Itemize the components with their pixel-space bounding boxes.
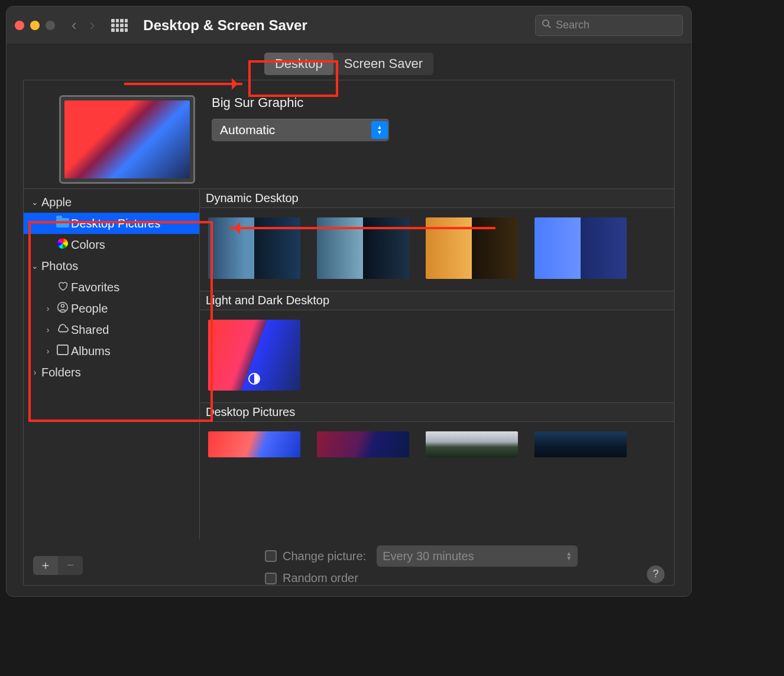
sidebar-item-colors[interactable]: Colors: [24, 234, 199, 255]
person-icon: [54, 301, 71, 316]
folder-icon: [56, 218, 69, 228]
wallpaper-thumb[interactable]: [426, 431, 518, 457]
help-button[interactable]: ?: [647, 566, 665, 583]
appearance-mode-value: Automatic: [220, 123, 275, 137]
nav-arrows: ‹ ›: [72, 16, 95, 34]
sidebar-item-shared[interactable]: › Shared: [24, 319, 199, 340]
light-dark-badge-icon: [248, 373, 260, 385]
wallpaper-thumb[interactable]: [208, 431, 300, 457]
chevron-down-icon: ⌄: [28, 197, 41, 207]
album-icon: [57, 344, 69, 355]
chevron-right-icon: ›: [41, 346, 54, 356]
chevron-down-icon: ⌄: [28, 261, 41, 271]
back-button[interactable]: ‹: [72, 16, 77, 34]
dropdown-arrows-icon: ▲▼: [566, 551, 572, 561]
change-picture-checkbox[interactable]: [265, 550, 277, 562]
wallpaper-thumb[interactable]: [208, 320, 300, 391]
bottom-bar: ＋ − Change picture: Every 30 minutes ▲▼: [24, 540, 674, 585]
section-dynamic: Dynamic Desktop: [200, 189, 674, 208]
dropdown-arrows-icon: ▲▼: [371, 121, 388, 139]
search-icon: [542, 19, 551, 31]
remove-folder-button[interactable]: −: [58, 556, 83, 575]
show-all-icon[interactable]: [111, 19, 128, 32]
svg-line-1: [548, 25, 550, 28]
sidebar-item-albums[interactable]: › Albums: [24, 340, 199, 362]
source-sidebar: ⌄ Apple Desktop Pictures Colors ⌄ Photos: [24, 189, 200, 540]
section-pictures: Desktop Pictures: [200, 403, 674, 422]
chevron-right-icon: ›: [28, 368, 41, 377]
window-title: Desktop & Screen Saver: [143, 17, 307, 34]
wallpaper-thumb[interactable]: [534, 217, 627, 279]
chevron-right-icon: ›: [41, 325, 54, 334]
cloud-icon: [54, 323, 71, 337]
section-light-dark: Light and Dark Desktop: [200, 291, 674, 310]
tab-desktop[interactable]: Desktop: [264, 53, 333, 75]
wallpaper-thumb[interactable]: [534, 431, 627, 457]
sidebar-item-folders[interactable]: › Folders: [24, 362, 199, 383]
color-wheel-icon: [57, 238, 68, 249]
search-field[interactable]: [535, 15, 683, 36]
appearance-mode-dropdown[interactable]: Automatic ▲▼: [212, 119, 389, 141]
svg-point-0: [543, 20, 549, 26]
add-folder-button[interactable]: ＋: [33, 556, 58, 575]
tab-screen-saver[interactable]: Screen Saver: [333, 53, 433, 75]
zoom-button[interactable]: [46, 21, 55, 30]
sidebar-item-people[interactable]: › People: [24, 298, 199, 319]
svg-point-3: [61, 304, 64, 307]
titlebar: ‹ › Desktop & Screen Saver: [7, 6, 691, 44]
interval-dropdown[interactable]: Every 30 minutes ▲▼: [377, 545, 578, 567]
tab-bar: Desktop Screen Saver: [7, 44, 691, 80]
add-remove-control: ＋ −: [33, 556, 83, 575]
current-wallpaper-preview: [59, 95, 195, 184]
window-controls: [15, 21, 55, 30]
sidebar-item-desktop-pictures[interactable]: Desktop Pictures: [24, 213, 199, 234]
annotation-arrow: [229, 227, 495, 229]
sidebar-item-apple[interactable]: ⌄ Apple: [24, 191, 199, 213]
sidebar-item-photos[interactable]: ⌄ Photos: [24, 255, 199, 277]
wallpaper-thumb[interactable]: [317, 431, 409, 457]
random-order-checkbox[interactable]: [265, 573, 277, 584]
chevron-right-icon: ›: [41, 304, 54, 313]
minimize-button[interactable]: [30, 21, 40, 30]
sidebar-item-favorites[interactable]: Favorites: [24, 277, 199, 298]
heart-icon: [54, 281, 71, 294]
random-order-label: Random order: [283, 571, 358, 585]
close-button[interactable]: [15, 21, 24, 30]
preferences-window: ‹ › Desktop & Screen Saver Desktop Scree…: [6, 6, 692, 597]
forward-button[interactable]: ›: [90, 16, 95, 34]
wallpaper-name: Big Sur Graphic: [212, 95, 665, 110]
annotation-arrow: [124, 83, 242, 85]
wallpaper-gallery: Dynamic Desktop Light and Dark Desktop D…: [200, 189, 674, 540]
search-input[interactable]: [556, 19, 676, 31]
interval-value: Every 30 minutes: [383, 550, 474, 563]
change-picture-label: Change picture:: [283, 550, 366, 563]
